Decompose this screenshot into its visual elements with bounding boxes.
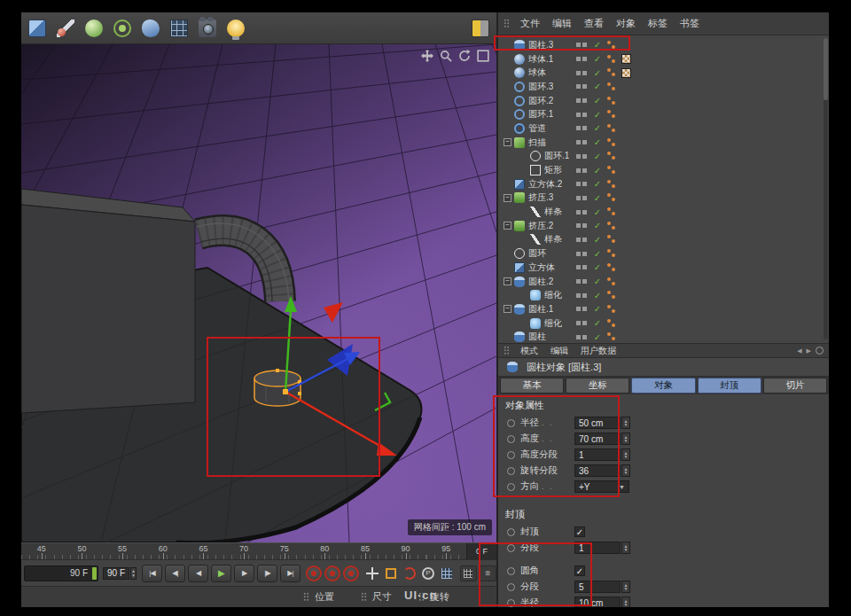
- om-menu-2[interactable]: 查看: [579, 15, 609, 32]
- tree-row-7[interactable]: −扫描✓: [498, 136, 829, 150]
- visibility-toggles-icon[interactable]: [576, 307, 588, 311]
- collapse-icon[interactable]: −: [504, 222, 511, 230]
- tree-row-2[interactable]: 球体✓: [498, 66, 829, 80]
- enabled-check-icon[interactable]: ✓: [592, 68, 603, 78]
- panel-grip-icon[interactable]: [504, 346, 510, 355]
- light-tool-button[interactable]: [223, 16, 248, 41]
- tree-row-9[interactable]: 矩形✓: [498, 163, 829, 177]
- tab-3[interactable]: 封顶: [698, 378, 761, 394]
- spinner-icon[interactable]: ▲▼: [621, 417, 630, 429]
- mode-menu-0[interactable]: 模式: [515, 343, 543, 359]
- tree-row-17[interactable]: −圆柱.2✓: [498, 275, 829, 289]
- rotate-view-icon[interactable]: [458, 50, 471, 62]
- prev-key-button[interactable]: ◀|: [165, 565, 185, 582]
- tree-row-21[interactable]: 圆柱✓: [498, 330, 829, 344]
- mode-menu-1[interactable]: 编辑: [545, 343, 574, 359]
- collapse-icon[interactable]: −: [504, 138, 511, 146]
- enabled-check-icon[interactable]: ✓: [592, 277, 603, 286]
- record-circle-icon[interactable]: [507, 583, 515, 591]
- enabled-check-icon[interactable]: ✓: [592, 221, 603, 230]
- tree-row-3[interactable]: 圆环.3✓: [498, 80, 829, 94]
- enabled-check-icon[interactable]: ✓: [592, 304, 603, 314]
- tree-row-15[interactable]: 圆环✓: [498, 246, 829, 261]
- record-circle-icon[interactable]: [507, 467, 515, 475]
- object-field-3[interactable]: 36: [574, 464, 621, 477]
- enabled-check-icon[interactable]: ✓: [592, 137, 603, 147]
- camera-tool-button[interactable]: [195, 16, 220, 41]
- collapse-icon[interactable]: −: [504, 194, 511, 202]
- visibility-toggles-icon[interactable]: [576, 279, 588, 284]
- caps-checkbox-0[interactable]: ✓: [574, 526, 585, 537]
- spinner-icon[interactable]: ▲▼: [621, 464, 630, 477]
- visibility-toggles-icon[interactable]: [576, 154, 588, 159]
- object-field-2[interactable]: 1: [574, 448, 621, 461]
- current-frame-field[interactable]: 0 F: [466, 543, 496, 559]
- record-circle-icon[interactable]: [507, 544, 515, 552]
- enabled-check-icon[interactable]: ✓: [592, 123, 603, 133]
- next-frame-button[interactable]: ▶: [234, 565, 254, 582]
- wall-cube-object[interactable]: [21, 189, 195, 413]
- enabled-check-icon[interactable]: ✓: [592, 291, 603, 300]
- enabled-check-icon[interactable]: ✓: [592, 235, 603, 245]
- enabled-check-icon[interactable]: ✓: [592, 166, 603, 175]
- enabled-check-icon[interactable]: ✓: [592, 318, 603, 328]
- tree-row-11[interactable]: −挤压.3✓: [498, 191, 829, 206]
- volume-tool-button[interactable]: [138, 16, 163, 41]
- object-field-1[interactable]: 70 cm: [574, 433, 621, 445]
- spinner-icon[interactable]: ▲▼: [621, 433, 630, 445]
- enabled-check-icon[interactable]: ✓: [592, 110, 603, 120]
- enabled-check-icon[interactable]: ✓: [592, 82, 603, 91]
- enabled-check-icon[interactable]: ✓: [592, 179, 603, 189]
- visibility-toggles-icon[interactable]: [576, 196, 588, 200]
- layout-switch-button[interactable]: [468, 16, 493, 41]
- zoom-view-icon[interactable]: [440, 50, 452, 62]
- visibility-toggles-icon[interactable]: [576, 98, 588, 103]
- tree-row-13[interactable]: −挤压.2✓: [498, 219, 829, 233]
- visibility-toggles-icon[interactable]: [576, 57, 588, 61]
- panel-grip-icon[interactable]: [504, 19, 510, 28]
- om-menu-4[interactable]: 标签: [643, 15, 673, 32]
- caps-field-4[interactable]: 10 cm: [574, 597, 621, 607]
- record-circle-icon[interactable]: [507, 528, 515, 536]
- caps-field-1[interactable]: 1: [574, 542, 621, 554]
- visibility-toggles-icon[interactable]: [576, 113, 588, 117]
- tree-row-1[interactable]: 球体.1✓: [498, 52, 829, 66]
- record-circle-icon[interactable]: [507, 435, 515, 443]
- deformer-tool-button[interactable]: [82, 16, 106, 41]
- tree-row-12[interactable]: 样条✓: [498, 205, 829, 219]
- collapse-icon[interactable]: −: [504, 305, 511, 313]
- visibility-toggles-icon[interactable]: [576, 335, 588, 339]
- goto-start-button[interactable]: |◀: [142, 565, 162, 582]
- caps-field-3[interactable]: 5: [574, 581, 621, 593]
- history-back-icon[interactable]: ◀: [797, 347, 801, 355]
- gizmo-center[interactable]: [283, 389, 288, 394]
- om-menu-1[interactable]: 编辑: [547, 15, 577, 32]
- timeline-range-slider[interactable]: 90 F: [24, 565, 98, 581]
- record-circle-icon[interactable]: [507, 567, 515, 575]
- om-menu-5[interactable]: 书签: [675, 15, 705, 32]
- enabled-check-icon[interactable]: ✓: [592, 152, 603, 161]
- tree-scrollbar[interactable]: [824, 38, 828, 339]
- viewport-canvas[interactable]: 网格间距 : 100 cm: [21, 44, 496, 542]
- record-position-button[interactable]: [364, 565, 380, 581]
- spinner-icon[interactable]: ▲▼: [621, 597, 630, 607]
- enabled-check-icon[interactable]: ✓: [592, 54, 603, 64]
- spinner-icon[interactable]: ▲▼: [621, 581, 630, 593]
- visibility-toggles-icon[interactable]: [576, 182, 588, 186]
- tab-2[interactable]: 对象: [631, 378, 695, 394]
- spline-pen-tool-button[interactable]: [53, 16, 78, 41]
- tree-row-5[interactable]: 圆环.1✓: [498, 107, 829, 121]
- tree-scrollbar-thumb[interactable]: [824, 38, 828, 100]
- visibility-toggles-icon[interactable]: [576, 168, 588, 173]
- tab-1[interactable]: 坐标: [566, 378, 629, 394]
- spinner-icon[interactable]: ▲▼: [621, 448, 630, 461]
- record-point-level-button[interactable]: [441, 568, 452, 579]
- timeline-grid-button[interactable]: [460, 565, 477, 581]
- visibility-toggles-icon[interactable]: [576, 140, 588, 144]
- end-frame-spinner[interactable]: ▲▼: [130, 567, 137, 580]
- range-handle[interactable]: [92, 567, 97, 580]
- texture-tag-icon[interactable]: [621, 54, 631, 64]
- object-field-0[interactable]: 50 cm: [574, 417, 621, 429]
- record-keyframe-button[interactable]: [306, 565, 322, 581]
- enabled-check-icon[interactable]: ✓: [592, 96, 603, 105]
